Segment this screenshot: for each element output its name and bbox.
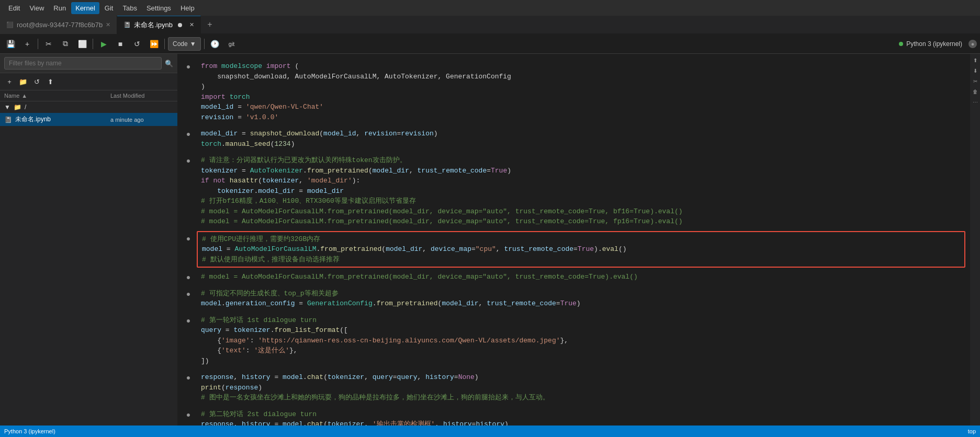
search-icon[interactable]: 🔍 [165, 60, 173, 67]
tab-notebook-label: 未命名.ipynb [134, 20, 173, 30]
run-button[interactable]: ▶ [96, 37, 111, 51]
new-tab-button[interactable]: + [201, 20, 218, 29]
cell-8-code[interactable]: response, history = model.chat(tokenizer… [197, 370, 965, 405]
menu-settings[interactable]: Settings [142, 2, 175, 14]
cell-5-run-button[interactable]: ● [182, 271, 195, 283]
menu-run[interactable]: Run [49, 2, 70, 14]
cell-1: ● from modelscope import ( snapshot_down… [178, 58, 970, 125]
file-item-notebook[interactable]: 📓 未命名.ipynb a minute ago [0, 113, 177, 126]
file-list-header: Name ▲ Last Modified [0, 90, 177, 101]
cell-type-select[interactable]: Code ▼ [168, 37, 201, 51]
cell-1-code[interactable]: from modelscope import ( snapshot_downlo… [197, 59, 965, 124]
cell-6-code[interactable]: # 可指定不同的生成长度、top_p等相关超参 model.generation… [197, 286, 965, 311]
menu-git[interactable]: Git [100, 2, 118, 14]
toolbar-right: Python 3 (ipykernel) ● [895, 40, 977, 48]
toolbar-sep-3 [164, 39, 165, 49]
file-sidebar: 🔍 + 📁 ↺ ⬆ Name ▲ Last Modified ▼ 📁 / [0, 54, 178, 426]
kernel-indicator: Python 3 (ipykernel) [895, 40, 966, 48]
paste-button[interactable]: ⬜ [75, 37, 89, 51]
cell-5-code[interactable]: # model = AutoModelForCausalLM.from_pret… [197, 270, 965, 284]
main-content: 🔍 + 📁 ↺ ⬆ Name ▲ Last Modified ▼ 📁 / [0, 54, 980, 426]
new-file-button[interactable]: + [3, 75, 16, 88]
delete-cell-button[interactable]: 🗑 [971, 87, 979, 96]
cell-7-code[interactable]: # 第一轮对话 1st dialogue turn query = tokeni… [197, 313, 965, 369]
cell-2-code[interactable]: model_dir = snapshot_download(model_id, … [197, 126, 965, 151]
search-input[interactable] [4, 57, 162, 70]
git-button[interactable]: git [224, 37, 239, 51]
sidebar-toolbar: + 📁 ↺ ⬆ [0, 73, 177, 90]
sort-icon: ▲ [21, 93, 27, 99]
menu-tabs[interactable]: Tabs [118, 2, 141, 14]
move-up-button[interactable]: ⬆ [971, 56, 979, 64]
kernel-avatar: ● [968, 40, 977, 48]
clock-button[interactable]: 🕐 [208, 37, 222, 51]
cell-8-content: response, history = model.chat(tokenizer… [197, 370, 965, 405]
restart-run-button[interactable]: ⏩ [147, 37, 161, 51]
menu-help[interactable]: Help [176, 2, 199, 14]
cell-3-run-button[interactable]: ● [182, 154, 195, 167]
cell-8-run-button[interactable]: ● [182, 371, 195, 384]
cell-4-code[interactable]: # 使用CPU进行推理，需要约32GB内存 model = AutoModelF… [198, 232, 964, 267]
right-sidebar: ⬆ ⬇ ✂ 🗑 ⋯ [970, 54, 980, 426]
cell-7-content: # 第一轮对话 1st dialogue turn query = tokeni… [197, 313, 965, 369]
cell-9-run-button[interactable]: ● [182, 408, 195, 421]
status-top-label: top [968, 428, 976, 434]
more-options-button[interactable]: ⋯ [971, 98, 979, 106]
status-bar: Python 3 (ipykernel) top [0, 426, 980, 437]
add-cell-button[interactable]: + [20, 37, 35, 51]
cell-4-content: # 使用CPU进行推理，需要约32GB内存 model = AutoModelF… [197, 231, 965, 268]
toolbar-sep-4 [204, 39, 205, 49]
menu-view[interactable]: View [25, 2, 48, 14]
toolbar-sep-1 [38, 39, 38, 49]
upload-button[interactable]: ⬆ [44, 75, 57, 88]
kernel-dot [899, 42, 903, 46]
status-right: top [968, 428, 976, 434]
cell-6: ● # 可指定不同的生成长度、top_p等相关超参 model.generati… [178, 285, 970, 312]
move-down-button[interactable]: ⬇ [971, 66, 979, 75]
cell-4-run-button[interactable]: ● [182, 232, 195, 245]
tab-terminal[interactable]: ⬛ root@dsw-93447-77f8c6b7b ✕ [0, 16, 117, 34]
cell-7-run-button[interactable]: ● [182, 314, 195, 327]
cell-9: ● # 第二轮对话 2st dialogue turn response, hi… [178, 406, 970, 426]
notebook-toolbar: 💾 + ✂ ⧉ ⬜ ▶ ■ ↺ ⏩ Code ▼ 🕐 git Python 3 … [0, 34, 980, 54]
tab-notebook[interactable]: 📓 未命名.ipynb ✕ [117, 16, 201, 34]
tab-notebook-close[interactable]: ✕ [189, 21, 194, 28]
cell-9-code[interactable]: # 第二轮对话 2st dialogue turn response, hist… [197, 407, 965, 426]
cell-2-run-button[interactable]: ● [182, 128, 195, 140]
file-item-modified: a minute ago [110, 117, 173, 123]
refresh-button[interactable]: ↺ [30, 75, 43, 88]
cell-7: ● # 第一轮对话 1st dialogue turn query = toke… [178, 312, 970, 370]
menu-kernel[interactable]: Kernel [71, 2, 99, 14]
tab-modified-dot [178, 23, 182, 27]
toolbar-sep-2 [93, 39, 93, 49]
copy-button[interactable]: ⧉ [58, 37, 73, 51]
status-kernel-name: Python 3 (ipykernel) [4, 428, 55, 434]
modified-column-header[interactable]: Last Modified [110, 93, 173, 99]
file-item-name: 📓 未命名.ipynb [4, 115, 106, 124]
tab-terminal-label: root@dsw-93447-77f8c6b7b [17, 21, 103, 29]
menu-edit[interactable]: Edit [4, 2, 24, 14]
folder-icon: 📁 [14, 104, 21, 111]
cell-1-run-button[interactable]: ● [182, 60, 195, 73]
stop-button[interactable]: ■ [113, 37, 128, 51]
folder-expand-icon: ▼ [4, 104, 10, 111]
new-folder-button[interactable]: 📁 [17, 75, 29, 88]
restart-button[interactable]: ↺ [130, 37, 144, 51]
name-column-header[interactable]: Name ▲ [4, 93, 106, 99]
cell-6-run-button[interactable]: ● [182, 288, 195, 300]
menu-bar: Edit View Run Kernel Git Tabs Settings H… [0, 0, 980, 16]
cell-5-content: # model = AutoModelForCausalLM.from_pret… [197, 270, 965, 284]
save-button[interactable]: 💾 [3, 37, 18, 51]
cut-button[interactable]: ✂ [41, 37, 56, 51]
cell-2-content: model_dir = snapshot_download(model_id, … [197, 126, 965, 151]
folder-name: / [25, 104, 26, 111]
root-folder-item[interactable]: ▼ 📁 / [0, 101, 177, 113]
cell-6-content: # 可指定不同的生成长度、top_p等相关超参 model.generation… [197, 286, 965, 311]
cell-2: ● model_dir = snapshot_download(model_id… [178, 125, 970, 152]
tab-terminal-close[interactable]: ✕ [106, 21, 110, 28]
cell-3-code[interactable]: # 请注意：分词器默认行为已更改为默认关闭特殊token攻击防护。 tokeni… [197, 153, 965, 229]
cells-container: ● from modelscope import ( snapshot_down… [178, 54, 970, 426]
cell-3-content: # 请注意：分词器默认行为已更改为默认关闭特殊token攻击防护。 tokeni… [197, 153, 965, 229]
cut-cell-button[interactable]: ✂ [971, 77, 979, 85]
cell-4: ● # 使用CPU进行推理，需要约32GB内存 model = AutoMode… [178, 230, 970, 269]
